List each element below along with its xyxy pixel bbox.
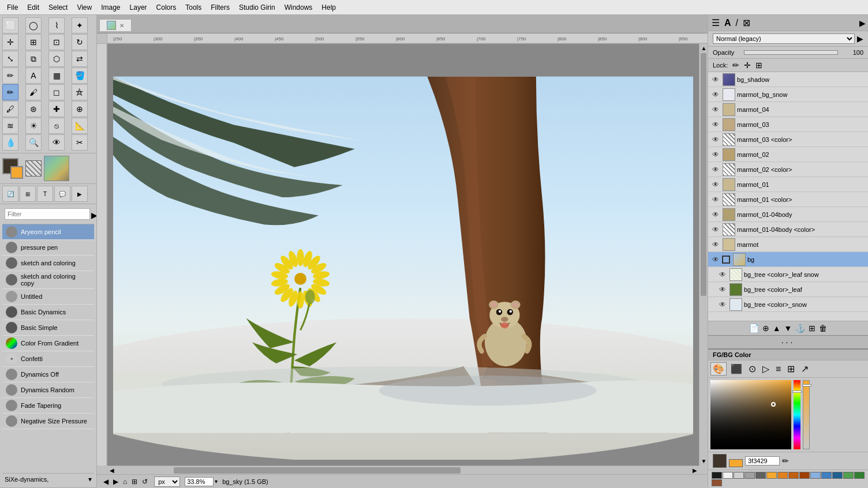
layer-eye-3[interactable]: 👁 bbox=[710, 119, 721, 130]
tool-clone[interactable]: ⊕ bbox=[72, 101, 88, 117]
swatch-8[interactable] bbox=[799, 472, 810, 479]
layer-eye-2[interactable]: 👁 bbox=[710, 104, 721, 115]
tool-ink[interactable]: 🖋 bbox=[2, 101, 18, 117]
scroll-h-track[interactable] bbox=[116, 466, 690, 474]
color-square[interactable] bbox=[710, 380, 791, 449]
zoom-input[interactable] bbox=[185, 477, 214, 486]
swatch-9[interactable] bbox=[810, 472, 821, 479]
color-tab-triangle[interactable]: ▷ bbox=[760, 362, 772, 376]
tab-close-icon[interactable]: ✕ bbox=[119, 22, 124, 29]
brush-item-8[interactable]: ✦ Confetti bbox=[2, 351, 94, 367]
tool-rect-select[interactable]: ⬜ bbox=[2, 17, 18, 33]
layer-item-2[interactable]: 👁 marmot_04 bbox=[708, 102, 868, 117]
layer-item-8[interactable]: 👁 marmot_01 <color> bbox=[708, 192, 868, 207]
zoom-dropdown-btn[interactable]: ▾ bbox=[215, 478, 218, 485]
nav-fit-btn[interactable]: ↺ bbox=[140, 477, 149, 486]
tool-eye[interactable]: 👁 bbox=[48, 134, 65, 151]
bg-color-preview[interactable] bbox=[729, 459, 743, 467]
layer-anchor-btn[interactable]: ⚓ bbox=[795, 324, 805, 333]
menu-studio-girin[interactable]: Studio Girin bbox=[234, 2, 280, 13]
tool-extra-2[interactable]: ⊞ bbox=[20, 186, 36, 202]
swatch-1[interactable] bbox=[723, 472, 733, 479]
menu-view[interactable]: View bbox=[72, 2, 96, 13]
menu-colors[interactable]: Colors bbox=[152, 2, 181, 13]
scrollbar-vertical[interactable]: ▲ ▼ bbox=[699, 44, 708, 466]
current-color-preview[interactable] bbox=[713, 454, 727, 468]
menu-edit[interactable]: Edit bbox=[23, 2, 44, 13]
tool-fuzzy-select[interactable]: ✦ bbox=[72, 17, 88, 33]
swatch-14[interactable] bbox=[712, 479, 722, 486]
tool-warp[interactable]: ⍉ bbox=[48, 118, 65, 134]
layer-eye-8[interactable]: 👁 bbox=[710, 194, 721, 205]
layer-more-btn[interactable]: ··· bbox=[708, 335, 868, 348]
lock-pixel-btn[interactable]: ✏ bbox=[732, 61, 739, 70]
swatch-5[interactable] bbox=[766, 472, 777, 479]
brush-item-3[interactable]: sketch and coloring copy bbox=[2, 271, 94, 289]
scroll-down-btn[interactable]: ▼ bbox=[699, 457, 708, 466]
layer-eye-9[interactable]: 👁 bbox=[710, 209, 721, 220]
tool-mybrush[interactable]: ⊛ bbox=[25, 101, 42, 117]
menu-windows[interactable]: Windows bbox=[280, 2, 317, 13]
brush-item-4[interactable]: Untitled bbox=[2, 289, 94, 305]
tool-text[interactable]: A bbox=[25, 67, 42, 84]
scroll-right-btn[interactable]: ▶ bbox=[690, 466, 699, 474]
tool-extra-expand[interactable]: ▶ bbox=[72, 186, 88, 202]
brush-item-12[interactable]: Negative Size Pressure bbox=[2, 414, 94, 429]
layer-item-11[interactable]: 👁 marmot bbox=[708, 237, 868, 252]
layer-eye-12[interactable]: 👁 bbox=[710, 254, 721, 265]
menu-image[interactable]: Image bbox=[96, 2, 125, 13]
layer-eye-0[interactable]: 👁 bbox=[710, 74, 721, 85]
layer-item-0[interactable]: 👁 bg_shadow bbox=[708, 72, 868, 87]
brush-options-btn[interactable]: ▶ bbox=[91, 211, 96, 220]
tool-ellipse-select[interactable]: ◯ bbox=[25, 17, 42, 33]
layer-eye-14[interactable]: 👁 bbox=[717, 284, 728, 295]
layer-item-9[interactable]: 👁 marmot_01-04body bbox=[708, 207, 868, 222]
tool-move[interactable]: ✛ bbox=[2, 34, 18, 50]
tool-lasso[interactable]: ⌇ bbox=[48, 17, 65, 33]
unit-select[interactable]: px mm in bbox=[154, 476, 180, 487]
layer-eye-15[interactable]: 👁 bbox=[717, 299, 728, 310]
lock-alpha-btn[interactable]: ⊞ bbox=[755, 61, 762, 70]
tool-color-picker[interactable]: 💧 bbox=[2, 134, 18, 151]
layer-eye-1[interactable]: 👁 bbox=[710, 89, 721, 100]
brush-item-1[interactable]: pressure pen bbox=[2, 240, 94, 256]
panel-text-btn[interactable]: A bbox=[722, 17, 734, 29]
layer-eye-6[interactable]: 👁 bbox=[710, 164, 721, 175]
tool-fill[interactable]: 🪣 bbox=[72, 67, 88, 84]
tool-flip[interactable]: ⇄ bbox=[72, 51, 88, 67]
panel-expand-btn[interactable]: ▶ bbox=[858, 17, 867, 29]
pattern-swatch[interactable] bbox=[25, 160, 42, 177]
color-hex-input[interactable] bbox=[745, 456, 780, 466]
nav-home-btn[interactable]: ⌂ bbox=[121, 477, 129, 486]
menu-filters[interactable]: Filters bbox=[206, 2, 234, 13]
brush-item-2[interactable]: sketch and coloring bbox=[2, 256, 94, 271]
nav-next-btn[interactable]: ▶ bbox=[111, 477, 120, 486]
layer-up-btn[interactable]: ▲ bbox=[773, 324, 781, 333]
opacity-slider[interactable] bbox=[744, 50, 838, 55]
layer-eye-5[interactable]: 👁 bbox=[710, 149, 721, 160]
canvas-scroll[interactable] bbox=[107, 44, 699, 466]
tool-heal[interactable]: ✚ bbox=[48, 101, 65, 117]
tool-transform[interactable]: ↻ bbox=[72, 34, 88, 50]
swatch-11[interactable] bbox=[832, 472, 843, 479]
dynamics-dropdown-btn[interactable]: ▾ bbox=[88, 475, 92, 483]
color-tab-sliders[interactable]: ≡ bbox=[773, 363, 783, 376]
panel-columns-btn[interactable]: ☰ bbox=[709, 16, 722, 29]
tool-perspective[interactable]: ⬡ bbox=[48, 51, 65, 67]
swatch-10[interactable] bbox=[821, 472, 832, 479]
scroll-v-track[interactable] bbox=[699, 52, 708, 457]
nav-prev-btn[interactable]: ◀ bbox=[102, 477, 110, 486]
panel-channel-btn[interactable]: ⊠ bbox=[740, 16, 753, 29]
color-tab-wheel[interactable]: ⊙ bbox=[746, 362, 758, 376]
scrollbar-horizontal[interactable]: ◀ ▶ bbox=[107, 466, 699, 474]
brush-item-11[interactable]: Fade Tapering bbox=[2, 398, 94, 414]
bg-color-swatch[interactable] bbox=[10, 166, 23, 179]
color-tab-fg[interactable]: 🎨 bbox=[710, 362, 727, 376]
layer-mode-select[interactable]: Normal (legacy) Multiply Screen Overlay bbox=[713, 33, 855, 44]
layer-duplicate-btn[interactable]: ⊕ bbox=[762, 324, 769, 333]
tool-airbrush[interactable]: ⛤ bbox=[72, 84, 88, 100]
layer-eye-4[interactable]: 👁 bbox=[710, 134, 721, 145]
brush-item-5[interactable]: Basic Dynamics bbox=[2, 305, 94, 320]
brush-item-0[interactable]: Aryeom pencil bbox=[2, 224, 94, 240]
layer-mode-options-btn[interactable]: ▶ bbox=[857, 34, 863, 43]
